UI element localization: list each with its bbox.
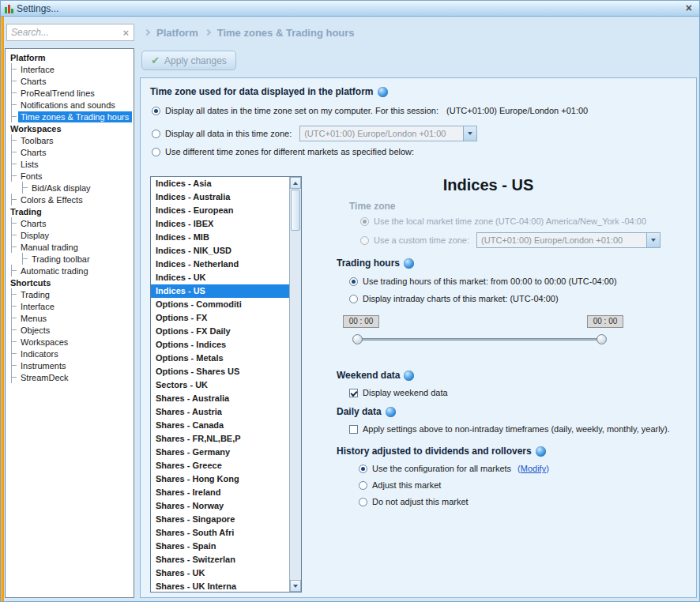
market-list-item[interactable]: Shares - Singapore [151,513,289,526]
tree-item-trading-toolbar[interactable]: Trading toolbar [6,253,134,265]
option-adjust-this-market[interactable]: Adjust this market [359,480,441,490]
market-list-item[interactable]: Indices - US [151,284,289,298]
radio-computer-timezone[interactable] [152,107,160,115]
market-list-item[interactable]: Sectors - UK [151,378,289,392]
scroll-up-button[interactable] [290,177,301,189]
radio-adjust-this-market[interactable] [359,481,367,490]
tree-item-interface[interactable]: Interface [6,300,134,312]
market-list-item[interactable]: Shares - Australia [151,392,289,405]
tree-item-workspaces[interactable]: Workspaces [6,122,134,134]
tree-item-fonts[interactable]: Fonts [6,170,134,182]
start-time-box[interactable]: 00 : 00 [343,315,379,328]
market-list-item[interactable]: Options - Commoditi [151,298,289,311]
tree-item-workspaces[interactable]: Workspaces [6,336,134,348]
option-apply-to-non-intraday[interactable]: Apply settings above to non-intraday tim… [349,424,670,434]
custom-timezone-dropdown[interactable]: (UTC+01:00) Europe/London +01:00 [476,232,660,248]
radio-do-not-adjust[interactable] [359,498,367,506]
market-list-item[interactable]: Indices - IBEX [151,217,289,231]
dropdown-arrow-icon[interactable] [463,126,476,141]
fixed-timezone-dropdown[interactable]: (UTC+01:00) Europe/London +01:00 [299,126,477,141]
option-intraday-charts[interactable]: Display intraday charts of this market: … [349,294,559,303]
tree-item-automatic-trading[interactable]: Automatic trading [6,265,134,277]
market-list-item[interactable]: Indices - European [151,204,289,217]
tree-item-menus[interactable]: Menus [6,312,134,324]
radio-fixed-timezone[interactable] [152,130,160,138]
option-per-market-timezones[interactable]: Use different time zones for different m… [152,147,414,156]
market-list-item[interactable]: Shares - Ireland [151,486,289,499]
market-list-item[interactable]: Indices - Asia [151,177,289,190]
tree-item-objects[interactable]: Objects [6,324,134,336]
tree-item-colors-effects[interactable]: Colors & Effects [6,194,134,205]
option-fixed-timezone[interactable]: Display all data in this time zone: (UTC… [152,126,477,141]
apply-changes-button[interactable]: ✔ Apply changes [141,51,236,70]
slider-track[interactable] [354,338,605,341]
market-list-item[interactable]: Options - Indices [151,338,289,352]
radio-custom-timezone[interactable] [360,236,369,245]
tree-item-shortcuts[interactable]: Shortcuts [6,277,134,288]
tree-item-platform[interactable]: Platform [6,51,134,63]
option-display-weekend-data[interactable]: Display weekend data [349,388,448,397]
market-list-item[interactable]: Shares - FR,NL,BE,P [151,432,289,446]
market-list-item[interactable]: Indices - Australia [151,190,289,204]
slider-handle-start[interactable] [352,334,363,344]
tree-item-lists[interactable]: Lists [6,158,134,170]
market-list-item[interactable]: Shares - UK [151,566,289,580]
market-list-item[interactable]: Options - FX Daily [151,325,289,338]
radio-use-trading-hours[interactable] [349,277,358,286]
tree-item-trading[interactable]: Trading [6,205,134,217]
market-list-item[interactable]: Shares - Canada [151,419,289,432]
scrollbar-thumb[interactable] [291,190,300,231]
tree-item-interface[interactable]: Interface [6,63,134,75]
market-list-item[interactable]: Indices - NIK_USD [151,244,289,258]
radio-configuration-all-markets[interactable] [359,465,367,473]
tree-item-time-zones-trading-hours[interactable]: Time zones & Trading hours [6,111,134,122]
radio-local-timezone[interactable] [360,217,369,226]
market-list-item[interactable]: Shares - Switzerlan [151,553,289,566]
close-icon[interactable]: × [686,2,692,14]
tree-item-prorealtrend-lines[interactable]: ProRealTrend lines [6,87,134,99]
market-list-item[interactable]: Options - Shares US [151,365,289,378]
weekend-data-checkbox[interactable] [349,389,358,397]
search-clear-icon[interactable]: × [118,27,134,39]
tree-item-instruments[interactable]: Instruments [6,359,134,371]
market-list-item[interactable]: Shares - Norway [151,499,289,513]
market-list-scrollbar[interactable] [289,177,301,592]
tree-item-indicators[interactable]: Indicators [6,348,134,359]
market-list-item[interactable]: Shares - Austria [151,405,289,419]
market-list-item[interactable]: Indices - UK [151,271,289,284]
option-use-trading-hours[interactable]: Use trading hours of this market: from 0… [349,277,617,286]
search-input[interactable] [7,27,118,38]
option-computer-timezone[interactable]: Display all dates in the time zone set o… [152,106,588,115]
modify-link[interactable]: Modify [521,464,546,473]
end-time-box[interactable]: 00 : 00 [587,315,623,328]
market-list-item[interactable]: Indices - MIB [151,231,289,244]
tree-item-display[interactable]: Display [6,229,134,241]
tree-item-trading[interactable]: Trading [6,288,134,300]
market-list-item[interactable]: Options - Metals [151,352,289,365]
tree-item-charts[interactable]: Charts [6,217,134,229]
market-list-item[interactable]: Shares - Germany [151,446,289,459]
tree-item-streamdeck[interactable]: StreamDeck [6,371,134,383]
radio-per-market-timezones[interactable] [152,148,160,156]
market-list-item[interactable]: Shares - South Afri [151,526,289,540]
tree-item-manual-trading[interactable]: Manual trading [6,241,134,253]
market-list-item[interactable]: Shares - Greece [151,459,289,472]
tree-item-charts[interactable]: Charts [6,75,134,87]
daily-data-checkbox[interactable] [349,425,358,434]
market-list-item[interactable]: Shares - Hong Kong [151,472,289,486]
tree-item-charts[interactable]: Charts [6,146,134,158]
scroll-down-button[interactable] [290,580,301,592]
option-use-configuration-all-markets[interactable]: Use the configuration for all markets (M… [359,464,549,473]
market-list-item[interactable]: Indices - Netherland [151,258,289,271]
option-do-not-adjust[interactable]: Do not adjust this market [359,497,469,506]
market-list-item[interactable]: Shares - UK Interna [151,580,289,592]
dropdown-arrow-icon[interactable] [646,233,660,247]
slider-handle-end[interactable] [597,334,607,344]
tree-item-notifications-and-sounds[interactable]: Notifications and sounds [6,99,134,111]
market-list-item[interactable]: Options - FX [151,311,289,325]
radio-intraday-charts[interactable] [349,295,358,303]
tree-item-toolbars[interactable]: Toolbars [6,134,134,146]
option-custom-timezone[interactable]: Use a custom time zone: (UTC+01:00) Euro… [360,232,660,248]
tree-item-bid-ask-display[interactable]: Bid/Ask display [6,182,134,194]
option-local-market-timezone[interactable]: Use the local market time zone (UTC-04:0… [360,216,646,226]
